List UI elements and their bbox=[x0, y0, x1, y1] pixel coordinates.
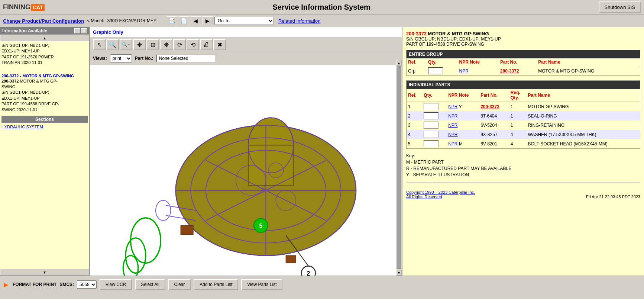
entire-group-col-headers: Ref. Qty. NPR Note Part No. Part Name bbox=[407, 58, 640, 66]
scroll-up-arrow[interactable]: ▲ bbox=[396, 60, 402, 66]
copyright-link[interactable]: Copyright 1993 – 2023 Caterpillar Inc.Al… bbox=[406, 190, 475, 199]
row1-npr-link[interactable]: NPR bbox=[448, 104, 457, 109]
row2-partname: SEAL-O-RING bbox=[527, 111, 640, 120]
info-available-label: Information Available bbox=[2, 28, 47, 33]
row5-qty-input[interactable] bbox=[424, 140, 438, 147]
view-parts-list-button[interactable]: View Parts List bbox=[241, 279, 282, 290]
zoom-in-tool[interactable]: 🔍 bbox=[106, 39, 119, 50]
partno-label: Part No.: bbox=[135, 56, 153, 61]
row3-qty-input[interactable] bbox=[424, 122, 438, 129]
finning-text: FINNING bbox=[3, 3, 30, 11]
row2-npr-link[interactable]: NPR bbox=[448, 113, 457, 119]
related-info-link[interactable]: Related Information bbox=[278, 18, 320, 24]
part-header: 200-3372 MOTOR & MTG GP-SWING S/N GBC1-U… bbox=[406, 31, 640, 47]
minimize-button[interactable]: _ bbox=[74, 28, 80, 33]
table-row: 2 NPR 8T-6404 1 SEAL-O-RING bbox=[407, 111, 640, 120]
zoom-out-tool[interactable]: 🔍− bbox=[120, 39, 132, 50]
sidebar-entry1: S/N GBC1-UP; NBD1-UP;EDX1-UP; MEY1-UPPAR… bbox=[1, 43, 88, 66]
row1-ref: 1 bbox=[407, 102, 423, 112]
row1-partno-link[interactable]: 200-3373 bbox=[480, 104, 499, 109]
cursor-exit-tool[interactable]: ✖ bbox=[213, 39, 226, 50]
main-part-number: 200-3372 bbox=[406, 31, 427, 36]
grp-npr: NPR bbox=[457, 66, 498, 76]
ind-col-ref: Ref. bbox=[407, 89, 423, 102]
graphic-area: Graphic Only ↖ 🔍 🔍− ✥ ⊞ ❋ ⟳ ⟲ 🖨 ✖ Views:… bbox=[90, 27, 402, 276]
grp-ref: Grp bbox=[407, 66, 427, 76]
change-config-link[interactable]: Change Product/Part Configuration bbox=[3, 18, 84, 24]
add-to-parts-button[interactable]: Add to Parts List bbox=[194, 279, 238, 290]
toolbar: ↖ 🔍 🔍− ✥ ⊞ ❋ ⟳ ⟲ 🖨 ✖ bbox=[90, 38, 402, 52]
sidebar-scroll-down[interactable]: ▼ bbox=[0, 269, 89, 276]
scroll-down-arrow[interactable]: ▼ bbox=[396, 270, 402, 276]
row5-npr-link[interactable]: NPR bbox=[448, 141, 457, 147]
grp-partname: MOTOR & MTG GP-SWING bbox=[537, 66, 640, 76]
row1-npr: NPR Y bbox=[447, 102, 479, 112]
view-ccr-button[interactable]: View CCR bbox=[100, 279, 132, 290]
graphic-scrollbar[interactable]: ▲ ▼ bbox=[396, 60, 402, 276]
expand-tool[interactable]: ❋ bbox=[160, 39, 172, 50]
goto-select[interactable]: Go To: bbox=[214, 17, 274, 25]
row2-qty bbox=[422, 111, 447, 120]
hydraulic-system-link[interactable]: HYDRAULIC SYSTEM bbox=[1, 125, 88, 129]
row2-partno: 8T-6404 bbox=[479, 111, 509, 120]
row4-npr-link[interactable]: NPR bbox=[448, 132, 457, 137]
table-row: 3 NPR 6V-5204 1 RING-RETAINING bbox=[407, 120, 640, 130]
row3-npr: NPR bbox=[447, 120, 479, 130]
logo: FINNING CAT bbox=[3, 3, 45, 11]
entire-group-header: ENTIRE GROUP bbox=[407, 50, 640, 59]
svg-rect-23 bbox=[181, 225, 193, 234]
fit-tool[interactable]: ⊞ bbox=[146, 39, 159, 50]
next-button[interactable]: ▶ bbox=[203, 16, 213, 25]
row2-qty-input[interactable] bbox=[424, 112, 438, 119]
row4-qty bbox=[422, 130, 447, 139]
ind-col-reqqty: Req.Qty. bbox=[509, 89, 527, 102]
views-label: Views: bbox=[93, 56, 107, 61]
rotate-ccw-tool[interactable]: ⟲ bbox=[187, 39, 199, 50]
grp-partno-link[interactable]: 200-3372 bbox=[500, 68, 519, 74]
grp-npr-link[interactable]: NPR bbox=[459, 68, 468, 74]
key-r: R - REMANUFACTURED PART MAY BE AVAILABLE bbox=[406, 166, 640, 171]
pan-tool[interactable]: ✥ bbox=[133, 39, 146, 50]
row4-qty-input[interactable] bbox=[424, 131, 438, 138]
partno-value: None Selected bbox=[156, 55, 216, 62]
row2-reqqty: 1 bbox=[509, 111, 527, 120]
entire-group-row: Grp NPR 200-3372 MOTOR & MTG GP-SWING bbox=[407, 66, 640, 76]
grp-qty bbox=[427, 66, 458, 76]
row3-npr-link[interactable]: NPR bbox=[448, 123, 457, 128]
clear-button[interactable]: Clear bbox=[168, 279, 191, 290]
document-icon[interactable]: 📄 bbox=[179, 16, 189, 25]
pointer-tool[interactable]: ↖ bbox=[93, 39, 106, 50]
svg-text:2: 2 bbox=[307, 270, 310, 276]
svg-text:5: 5 bbox=[259, 222, 262, 229]
smcs-select[interactable]: 5058 bbox=[77, 280, 97, 289]
select-all-button[interactable]: Select All bbox=[135, 279, 165, 290]
row5-qty bbox=[422, 139, 447, 149]
print-tool[interactable]: 🖨 bbox=[200, 39, 213, 50]
table-row: 5 NPR M 6V-8201 4 BOLT-SOCKET HEAD (M16X… bbox=[407, 139, 640, 149]
row5-reqqty: 4 bbox=[509, 139, 527, 149]
row4-partname: WASHER (17.5X30X3.5-MM THK) bbox=[527, 130, 640, 139]
col-ref: Ref. bbox=[407, 58, 427, 66]
key-y: Y - SEPARATE ILLUSTRATION bbox=[406, 172, 640, 177]
row3-ref: 3 bbox=[407, 120, 423, 130]
smcs-label: SMCS: bbox=[59, 282, 74, 287]
prev-button[interactable]: ◀ bbox=[191, 16, 201, 25]
bookmark-icon[interactable]: 📑 bbox=[167, 16, 177, 25]
close-button[interactable]: ✕ bbox=[81, 28, 87, 33]
row1-qty-input[interactable] bbox=[424, 103, 438, 110]
row4-partno: 9X-8257 bbox=[479, 130, 509, 139]
row5-partname: BOLT-SOCKET HEAD (M16X2X45-MM) bbox=[527, 139, 640, 149]
row5-npr: NPR M bbox=[447, 139, 479, 149]
shutdown-button[interactable]: Shutdown SIS bbox=[599, 1, 641, 13]
individual-parts-table: INDIVIDUAL PARTS Ref. Qty. NPR Note Part… bbox=[406, 80, 640, 149]
row1-partno: 200-3373 bbox=[479, 102, 509, 112]
ind-col-partname: Part Name bbox=[527, 89, 640, 102]
sidebar-scroll-up[interactable]: ▲ bbox=[0, 35, 89, 41]
rotate-cw-tool[interactable]: ⟳ bbox=[173, 39, 186, 50]
grp-qty-input[interactable] bbox=[428, 67, 443, 74]
row2-npr: NPR bbox=[447, 111, 479, 120]
key-m: M - METRIC PART bbox=[406, 160, 640, 165]
views-select[interactable]: print metric bbox=[110, 54, 132, 62]
motor-mtg-link[interactable]: 200-3372 - MOTOR & MTG GP-SWING bbox=[1, 74, 74, 78]
triangle-icon: ▶ bbox=[4, 281, 8, 288]
